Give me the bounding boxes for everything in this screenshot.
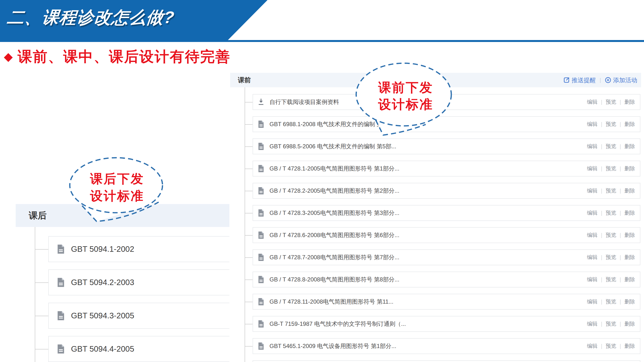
push-reminder-label: 推送提醒: [572, 76, 596, 84]
list-item[interactable]: GBT 5465.1-2009 电气设备用图形符号 第1部分... 编辑|预览|…: [252, 338, 640, 354]
row-actions: 编辑|预览|删除: [587, 139, 635, 154]
delete-link[interactable]: 删除: [624, 276, 635, 283]
file-icon: [258, 276, 264, 283]
list-item[interactable]: GBT 5094.1-2002: [48, 236, 230, 262]
file-title: 自行下载阅读项目案例资料: [270, 98, 339, 106]
list-item[interactable]: GB-T 7159-1987 电气技术中的文字符号制订通则（... 编辑|预览|…: [252, 316, 640, 332]
list-item[interactable]: GB / T 4728.8-2008电气简图用图形符号 第8部分... 编辑|预…: [252, 272, 640, 287]
share-icon: [563, 77, 570, 83]
edit-link[interactable]: 编辑: [587, 343, 598, 350]
delete-link[interactable]: 删除: [624, 209, 635, 216]
edit-link[interactable]: 编辑: [587, 187, 598, 194]
row-actions: 编辑|预览|删除: [587, 117, 635, 132]
edit-link[interactable]: 编辑: [587, 209, 598, 216]
edit-link[interactable]: 编辑: [587, 143, 598, 150]
file-title: GB / T 4728.2-2005电气简图用图形符号 第2部分...: [270, 187, 400, 195]
pre-class-panel-title: 课前: [238, 76, 251, 84]
preview-link[interactable]: 预览: [606, 143, 616, 150]
list-item[interactable]: GB / T 4728.3-2005电气简图用图形符号 第3部分... 编辑|预…: [252, 205, 640, 221]
file-title: GBT 5094.1-2002: [71, 245, 134, 254]
separator: |: [620, 321, 621, 327]
slide-title: 二、课程诊改怎么做?: [6, 6, 176, 29]
delete-link[interactable]: 删除: [624, 143, 635, 150]
list-item[interactable]: GB / T 4728.7-2008电气简图用图形符号 第7部分... 编辑|预…: [252, 249, 640, 265]
pre-class-annotation-bubble: 课前下发 设计标准: [355, 62, 456, 144]
file-icon: [258, 120, 264, 128]
preview-link[interactable]: 预览: [606, 98, 616, 106]
preview-link[interactable]: 预览: [606, 187, 616, 194]
separator: |: [601, 299, 602, 305]
delete-link[interactable]: 删除: [624, 98, 635, 106]
preview-link[interactable]: 预览: [606, 165, 616, 172]
delete-link[interactable]: 删除: [624, 165, 635, 172]
row-actions: 编辑|预览|删除: [587, 95, 635, 110]
file-title: GB / T 4728.6-2008电气简图用图形符号 第6部分...: [270, 231, 400, 239]
preview-link[interactable]: 预览: [606, 343, 616, 350]
edit-link[interactable]: 编辑: [587, 165, 598, 172]
edit-link[interactable]: 编辑: [587, 298, 598, 305]
separator: |: [601, 254, 602, 260]
preview-link[interactable]: 预览: [606, 231, 616, 239]
row-actions: 编辑|预览|删除: [587, 250, 635, 265]
separator: |: [620, 254, 621, 260]
preview-link[interactable]: 预览: [606, 121, 616, 128]
edit-link[interactable]: 编辑: [587, 121, 598, 128]
title-banner: 二、课程诊改怎么做?: [0, 0, 290, 42]
separator: |: [620, 343, 621, 349]
list-item[interactable]: GBT 5094.2-2003: [48, 269, 230, 295]
list-item[interactable]: GBT 5094.4-2005: [48, 336, 230, 362]
separator: |: [601, 143, 602, 150]
separator: |: [601, 166, 602, 172]
edit-link[interactable]: 编辑: [587, 98, 598, 106]
row-actions: 编辑|预览|删除: [587, 272, 635, 287]
preview-link[interactable]: 预览: [606, 298, 616, 305]
separator: |: [620, 276, 621, 283]
file-title: GBT 5094.3-2005: [71, 311, 134, 320]
delete-link[interactable]: 删除: [624, 254, 635, 261]
list-item[interactable]: GBT 5094.3-2005: [48, 303, 230, 329]
add-activity-link[interactable]: 添加活动: [605, 76, 637, 84]
file-icon: [57, 278, 65, 287]
annotation-text: 课后下发 设计标准: [69, 170, 166, 204]
file-icon: [258, 231, 264, 239]
row-actions: 编辑|预览|删除: [587, 205, 635, 220]
download-icon: [258, 98, 264, 106]
separator: |: [620, 166, 621, 172]
edit-link[interactable]: 编辑: [587, 231, 598, 239]
file-title: GB-T 7159-1987 电气技术中的文字符号制订通则（...: [270, 320, 406, 328]
delete-link[interactable]: 删除: [624, 298, 635, 305]
row-actions: 编辑|预览|删除: [587, 183, 635, 198]
preview-link[interactable]: 预览: [606, 276, 616, 283]
annotation-text: 课前下发 设计标准: [355, 79, 456, 113]
delete-link[interactable]: 删除: [624, 343, 635, 350]
edit-link[interactable]: 编辑: [587, 320, 598, 328]
separator: |: [620, 121, 621, 127]
delete-link[interactable]: 删除: [624, 320, 635, 328]
list-item[interactable]: GB / T 4728.2-2005电气简图用图形符号 第2部分... 编辑|预…: [252, 183, 640, 199]
preview-link[interactable]: 预览: [606, 320, 616, 328]
delete-link[interactable]: 删除: [624, 231, 635, 239]
preview-link[interactable]: 预览: [606, 209, 616, 216]
list-item[interactable]: GB / T 4728.1-2005电气简图用图形符号 第1部分... 编辑|预…: [252, 161, 640, 177]
separator: |: [601, 210, 602, 216]
separator: |: [620, 188, 621, 194]
list-item[interactable]: GB / T 4728.11-2008电气简图用图形符号 第11... 编辑|预…: [252, 294, 640, 310]
plus-circle-icon: [605, 77, 611, 83]
delete-link[interactable]: 删除: [624, 187, 635, 194]
list-item[interactable]: GB / T 4728.6-2008电气简图用图形符号 第6部分... 编辑|预…: [252, 227, 640, 243]
file-title: GB / T 4728.8-2008电气简图用图形符号 第8部分...: [270, 276, 400, 283]
separator: |: [601, 232, 602, 238]
edit-link[interactable]: 编辑: [587, 276, 598, 283]
separator: |: [601, 276, 602, 283]
file-title: GB / T 4728.3-2005电气简图用图形符号 第3部分...: [270, 209, 400, 217]
diamond-bullet-icon: ◆: [4, 46, 13, 67]
preview-link[interactable]: 预览: [606, 254, 616, 261]
separator: |: [601, 188, 602, 194]
file-title: GBT 5465.1-2009 电气设备用图形符号 第1部分...: [270, 342, 396, 350]
slide-page: 二、课程诊改怎么做? ◆ 课前、课中、课后设计有待完善 课前 推送提醒 | 添加…: [0, 0, 644, 362]
annotation-line1: 课前下发: [355, 79, 456, 96]
edit-link[interactable]: 编辑: [587, 254, 598, 261]
file-icon: [258, 209, 264, 217]
push-reminder-link[interactable]: 推送提醒: [563, 76, 596, 84]
delete-link[interactable]: 删除: [624, 121, 635, 128]
